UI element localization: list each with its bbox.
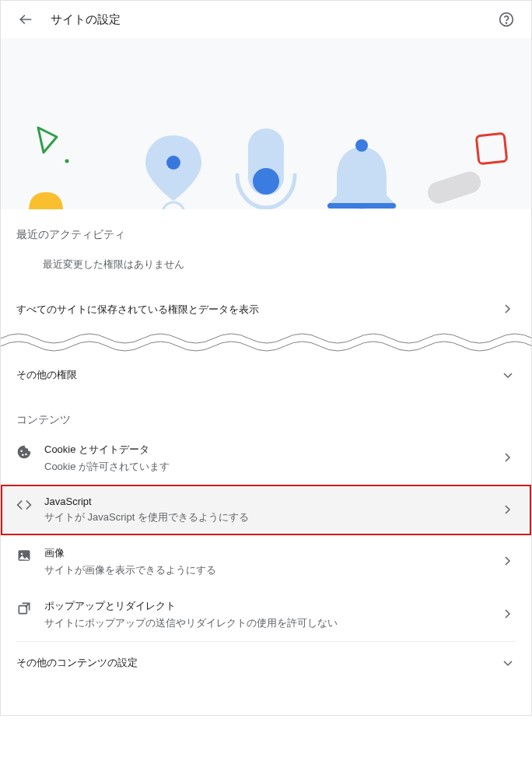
- chevron-down-icon: [500, 368, 516, 382]
- image-icon: [16, 548, 32, 563]
- images-row[interactable]: 画像 サイトが画像を表示できるようにする: [1, 535, 531, 588]
- svg-point-10: [355, 139, 368, 152]
- chevron-down-icon: [500, 656, 516, 670]
- svg-point-2: [506, 23, 507, 23]
- svg-point-17: [21, 553, 23, 555]
- other-permissions-row[interactable]: その他の権限: [1, 356, 531, 394]
- all-sites-label: すべてのサイトに保存されている権限とデータを表示: [16, 303, 500, 317]
- popup-icon: [16, 601, 32, 616]
- svg-point-6: [163, 202, 184, 209]
- wavy-separator: [1, 329, 532, 352]
- chevron-right-icon: [500, 555, 516, 569]
- code-icon: [16, 497, 32, 513]
- cookie-desc: Cookie が許可されています: [44, 460, 500, 474]
- svg-point-4: [65, 159, 69, 163]
- svg-point-8: [253, 168, 279, 195]
- chevron-right-icon: [500, 451, 516, 465]
- svg-rect-13: [476, 133, 507, 164]
- other-permissions-label: その他の権限: [16, 368, 500, 382]
- popups-row[interactable]: ポップアップとリダイレクト サイトにポップアップの送信やリダイレクトの使用を許可…: [1, 588, 531, 641]
- back-button[interactable]: [16, 10, 35, 29]
- hero-illustration: [1, 38, 531, 209]
- other-content-row[interactable]: その他のコンテンツの設定: [1, 642, 531, 684]
- svg-rect-14: [425, 169, 483, 206]
- images-desc: サイトが画像を表示できるようにする: [44, 563, 500, 577]
- content-section-label: コンテンツ: [1, 394, 531, 432]
- svg-rect-11: [327, 203, 396, 209]
- chevron-right-icon: [500, 608, 516, 622]
- cookie-icon: [16, 444, 32, 460]
- cookie-title: Cookie とサイトデータ: [44, 443, 500, 457]
- svg-point-5: [166, 156, 180, 170]
- popups-title: ポップアップとリダイレクト: [44, 599, 500, 613]
- javascript-desc: サイトが JavaScript を使用できるようにする: [44, 510, 500, 524]
- svg-point-12: [354, 209, 369, 209]
- page-title: サイトの設定: [51, 12, 497, 27]
- arrow-left-icon: [18, 12, 33, 27]
- javascript-row[interactable]: JavaScript サイトが JavaScript を使用できるようにする: [1, 485, 531, 535]
- popups-desc: サイトにポップアップの送信やリダイレクトの使用を許可しない: [44, 616, 500, 630]
- help-button[interactable]: [497, 10, 516, 29]
- help-icon: [499, 12, 514, 27]
- svg-marker-3: [38, 128, 57, 152]
- images-title: 画像: [44, 546, 500, 560]
- chevron-right-icon: [500, 503, 516, 517]
- other-content-label: その他のコンテンツの設定: [16, 656, 500, 670]
- cookie-row[interactable]: Cookie とサイトデータ Cookie が許可されています: [1, 432, 531, 485]
- javascript-title: JavaScript: [44, 496, 500, 507]
- chevron-right-icon: [500, 303, 516, 317]
- all-sites-row[interactable]: すべてのサイトに保存されている権限とデータを表示: [1, 290, 531, 329]
- recent-activity-empty: 最近変更した権限はありません: [1, 247, 531, 290]
- recent-activity-label: 最近のアクティビティ: [1, 209, 531, 247]
